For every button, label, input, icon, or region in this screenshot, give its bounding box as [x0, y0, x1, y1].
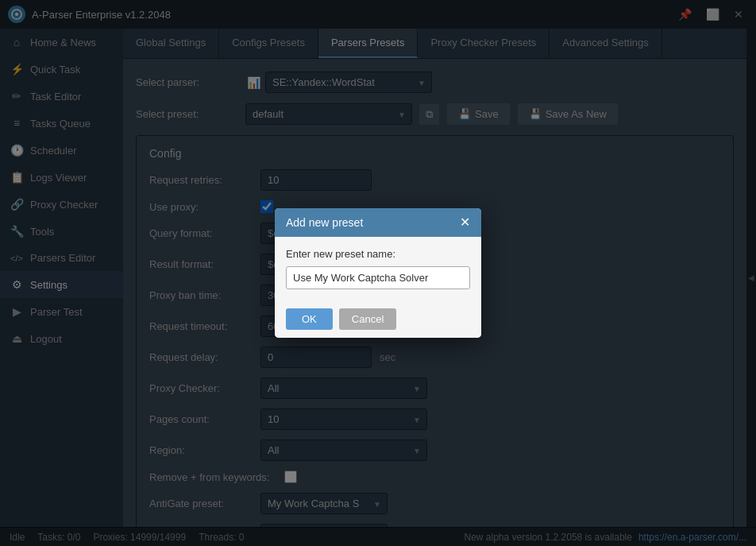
modal-label: Enter new preset name: — [286, 248, 470, 260]
modal-ok-button[interactable]: OK — [286, 308, 333, 330]
modal-cancel-button[interactable]: Cancel — [339, 308, 396, 330]
preset-name-input[interactable] — [286, 266, 470, 289]
modal-close-button[interactable]: ✕ — [460, 216, 470, 229]
add-preset-modal: Add new preset ✕ Enter new preset name: … — [275, 208, 481, 338]
modal-body: Enter new preset name: — [275, 237, 481, 300]
modal-footer: OK Cancel — [275, 300, 481, 338]
modal-header: Add new preset ✕ — [275, 208, 481, 237]
modal-title: Add new preset — [286, 216, 363, 229]
modal-overlay: Add new preset ✕ Enter new preset name: … — [0, 0, 756, 546]
